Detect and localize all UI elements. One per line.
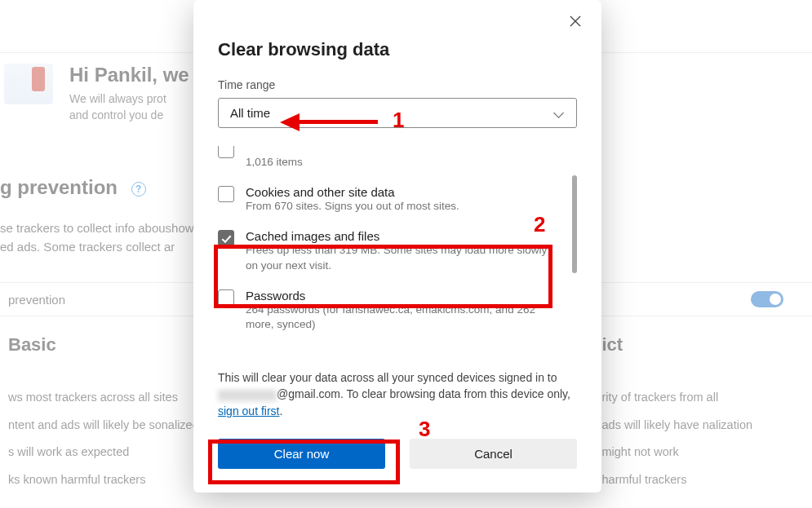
dialog-buttons: Clear now Cancel: [218, 439, 577, 469]
time-range-select[interactable]: All time: [218, 98, 577, 128]
item-cookies[interactable]: Cookies and other site data From 670 sit…: [218, 179, 562, 223]
list-item: ads will likely have nalization: [602, 417, 813, 434]
item-title: Cached images and files: [246, 229, 548, 243]
tracking-toggle-label: prevention: [8, 293, 65, 307]
tracking-toggle[interactable]: [751, 291, 783, 307]
item-passwords[interactable]: Passwords 264 passwords (for fanshawec.c…: [218, 282, 562, 342]
checkbox[interactable]: [218, 186, 234, 202]
item-download-history[interactable]: Download history 1,016 items: [218, 146, 562, 179]
lock-icon: [4, 64, 53, 104]
item-sub: From 670 sites. Signs you out of most si…: [246, 199, 459, 214]
list-item: ntent and ads will likely be sonalized: [8, 417, 219, 434]
tracking-prevention-title: g prevention ?: [0, 176, 146, 199]
time-range-value: All time: [230, 106, 270, 120]
welcome-title: Hi Pankil, we: [69, 64, 189, 86]
bg-welcome-block: Hi Pankil, we We will always prot and co…: [4, 64, 189, 123]
card-title: ict: [602, 334, 813, 356]
clear-browsing-data-dialog: Clear browsing data Time range All time …: [193, 0, 601, 493]
card-title: Basic: [8, 334, 219, 356]
checkbox-checked[interactable]: [218, 230, 234, 246]
welcome-line: We will always prot: [69, 91, 189, 108]
item-sub: 264 passwords (for fanshawec.ca, emakicm…: [246, 303, 548, 334]
clear-now-button[interactable]: Clear now: [218, 439, 385, 469]
list-item: rity of trackers from all: [602, 390, 813, 406]
scrollbar[interactable]: [572, 175, 577, 273]
item-sub: Frees up less than 319 MB. Some sites ma…: [246, 243, 548, 274]
close-icon: [569, 15, 582, 28]
item-title: Cookies and other site data: [246, 185, 459, 199]
item-cached-images[interactable]: Cached images and files Frees up less th…: [218, 223, 562, 282]
help-icon[interactable]: ?: [131, 182, 146, 197]
time-range-label: Time range: [218, 78, 577, 91]
cancel-button[interactable]: Cancel: [410, 439, 577, 469]
blurred-email: xxxxxxxx: [218, 390, 277, 401]
list-item: s will work as expected: [8, 444, 219, 461]
list-item: might not work: [602, 444, 813, 461]
list-item: harmful trackers: [602, 472, 813, 488]
welcome-line: and control you de: [69, 108, 189, 124]
chevron-down-icon: [553, 108, 565, 119]
item-sub: 1,016 items: [246, 155, 339, 170]
list-item: ks known harmful trackers: [8, 472, 219, 488]
data-types-list: Download history 1,016 items Cookies and…: [218, 146, 577, 358]
card-strict[interactable]: ict rity of trackers from all ads will l…: [594, 320, 813, 499]
sync-notice: This will clear your data across all you…: [218, 369, 577, 419]
checkbox[interactable]: [218, 289, 234, 306]
item-title: Passwords: [246, 289, 548, 303]
card-basic[interactable]: Basic ws most trackers across all sites …: [0, 320, 219, 499]
sign-out-link[interactable]: sign out first: [218, 404, 279, 417]
list-item: ws most trackers across all sites: [8, 390, 219, 406]
dialog-title: Clear browsing data: [218, 39, 577, 60]
close-button[interactable]: [564, 11, 587, 34]
checkbox[interactable]: [218, 146, 234, 158]
